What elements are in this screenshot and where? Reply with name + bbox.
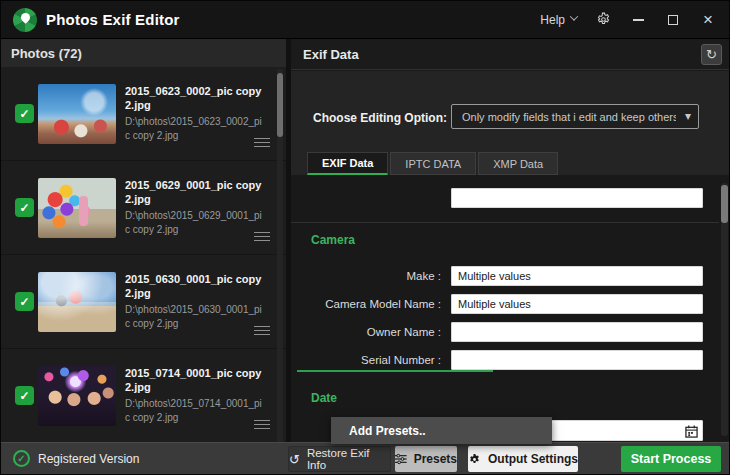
photo-thumbnail <box>38 272 116 332</box>
check-icon: ✓ <box>19 201 29 215</box>
photo-checkbox[interactable]: ✓ <box>15 104 34 123</box>
camera-model-field[interactable] <box>451 294 703 314</box>
start-process-label: Start Process <box>631 452 712 466</box>
item-menu-icon[interactable] <box>254 417 270 429</box>
close-button[interactable]: × <box>699 11 717 29</box>
tab-exif-data[interactable]: EXIF Data <box>307 152 388 175</box>
maximize-icon <box>668 15 678 25</box>
chevron-down-icon <box>570 12 578 20</box>
presets-button[interactable]: Presets <box>395 446 457 472</box>
check-icon: ✓ <box>19 295 29 309</box>
photo-path: D:\photos\2015_0629_0001_pic copy 2.jpg <box>125 209 265 236</box>
output-settings-label: Output Settings <box>488 452 578 466</box>
editing-option-label: Choose Editing Option: <box>313 111 447 125</box>
output-settings-button[interactable]: Output Settings <box>468 446 578 472</box>
photo-filename: 2015_0623_0002_pic copy 2.jpg <box>125 85 265 113</box>
maximize-button[interactable] <box>664 11 682 29</box>
photos-count-label: Photos (72) <box>11 46 82 61</box>
photo-filename: 2015_0714_0001_pic copy 2.jpg <box>125 367 265 395</box>
make-label: Make : <box>291 270 441 282</box>
dropdown-value: Only modify fields that i edit and keep … <box>462 111 676 123</box>
top-partial-field[interactable] <box>451 188 703 208</box>
scrollbar-thumb[interactable] <box>721 185 728 223</box>
date-section-divider <box>297 370 493 372</box>
check-icon: ✓ <box>19 107 29 121</box>
serial-number-label: Serial Number : <box>291 354 441 366</box>
make-field[interactable] <box>451 266 703 286</box>
serial-number-field[interactable] <box>451 350 703 370</box>
photo-thumbnail <box>38 178 116 238</box>
registered-check-icon: ✓ <box>13 450 30 467</box>
tab-iptc-data[interactable]: IPTC DATA <box>390 152 476 175</box>
camera-model-label: Camera Model Name : <box>291 298 441 310</box>
photo-list: ✓ 2015_0623_0002_pic copy 2.jpg D:\photo… <box>1 67 286 444</box>
add-presets-menu[interactable]: Add Presets.. <box>331 417 552 444</box>
photo-filename: 2015_0629_0001_pic copy 2.jpg <box>125 179 265 207</box>
photo-checkbox[interactable]: ✓ <box>15 386 34 405</box>
help-label: Help <box>540 13 565 27</box>
refresh-icon: ↻ <box>706 48 717 61</box>
photo-checkbox[interactable]: ✓ <box>15 292 34 311</box>
photo-checkbox[interactable]: ✓ <box>15 198 34 217</box>
close-icon: × <box>703 11 713 28</box>
item-menu-icon[interactable] <box>254 229 270 241</box>
exif-panel-title: Exif Data <box>303 47 359 62</box>
list-item[interactable]: ✓ 2015_0630_0001_pic copy 2.jpg D:\photo… <box>1 255 286 349</box>
presets-label: Presets <box>414 452 457 466</box>
photo-path: D:\photos\2015_0623_0002_pic copy 2.jpg <box>125 115 265 142</box>
tab-xmp-data[interactable]: XMP Data <box>478 152 558 175</box>
section-divider <box>291 222 719 223</box>
restore-icon: ↺ <box>289 453 300 466</box>
date-section-title: Date <box>311 391 337 405</box>
window-title: Photos Exif Editor <box>46 11 180 28</box>
status-bar: ✓ Registered Version ↺ Restore Exif Info… <box>1 442 729 474</box>
photos-panel-header: Photos (72) <box>1 39 286 67</box>
help-menu[interactable]: Help <box>540 13 577 27</box>
registered-version-label: Registered Version <box>38 452 139 466</box>
photo-filename: 2015_0630_0001_pic copy 2.jpg <box>125 273 265 301</box>
settings-gear-icon[interactable] <box>594 11 612 29</box>
gear-icon <box>596 12 611 27</box>
list-item[interactable]: ✓ 2015_0623_0002_pic copy 2.jpg D:\photo… <box>1 67 286 161</box>
photo-list-scrollbar[interactable] <box>277 69 283 442</box>
exif-form: Camera Make : Camera Model Name : Owner … <box>291 175 730 444</box>
list-item[interactable]: ✓ 2015_0714_0001_pic copy 2.jpg D:\photo… <box>1 349 286 443</box>
data-tabs: EXIF Data IPTC DATA XMP Data <box>307 152 560 175</box>
photo-path: D:\photos\2015_0714_0001_pic copy 2.jpg <box>125 397 265 424</box>
refresh-button[interactable]: ↻ <box>701 44 722 65</box>
app-logo-icon <box>13 8 37 32</box>
photo-path: D:\photos\2015_0630_0001_pic copy 2.jpg <box>125 303 265 330</box>
exif-panel: Exif Data ↻ Choose Editing Option: Only … <box>291 39 730 444</box>
form-scrollbar[interactable] <box>721 183 728 436</box>
check-icon: ✓ <box>19 389 29 403</box>
restore-exif-button[interactable]: ↺ Restore Exif Info <box>288 446 391 472</box>
sliders-icon <box>395 453 407 465</box>
caret-down-icon: ▾ <box>685 109 691 123</box>
exif-panel-header: Exif Data ↻ <box>291 39 730 70</box>
editing-option-area: Choose Editing Option: Only modify field… <box>291 71 730 175</box>
minimize-icon <box>633 19 644 21</box>
owner-name-label: Owner Name : <box>291 326 441 338</box>
scrollbar-thumb[interactable] <box>277 73 283 137</box>
owner-name-field[interactable] <box>451 322 703 342</box>
titlebar: Photos Exif Editor Help × <box>1 1 729 39</box>
photo-thumbnail <box>38 366 116 426</box>
minimize-button[interactable] <box>629 11 647 29</box>
app-window: Photos Exif Editor Help × Photos (72) + … <box>0 0 730 475</box>
start-process-button[interactable]: Start Process <box>621 446 721 472</box>
list-item[interactable]: ✓ 2015_0629_0001_pic copy 2.jpg D:\photo… <box>1 161 286 255</box>
restore-exif-label: Restore Exif Info <box>307 447 390 471</box>
photo-thumbnail <box>38 84 116 144</box>
camera-section-title: Camera <box>311 233 355 247</box>
item-menu-icon[interactable] <box>254 323 270 335</box>
add-presets-item[interactable]: Add Presets.. <box>349 424 426 438</box>
calendar-icon[interactable] <box>685 424 698 442</box>
item-menu-icon[interactable] <box>254 135 270 147</box>
editing-option-dropdown[interactable]: Only modify fields that i edit and keep … <box>451 104 699 129</box>
gear-icon <box>468 453 481 466</box>
